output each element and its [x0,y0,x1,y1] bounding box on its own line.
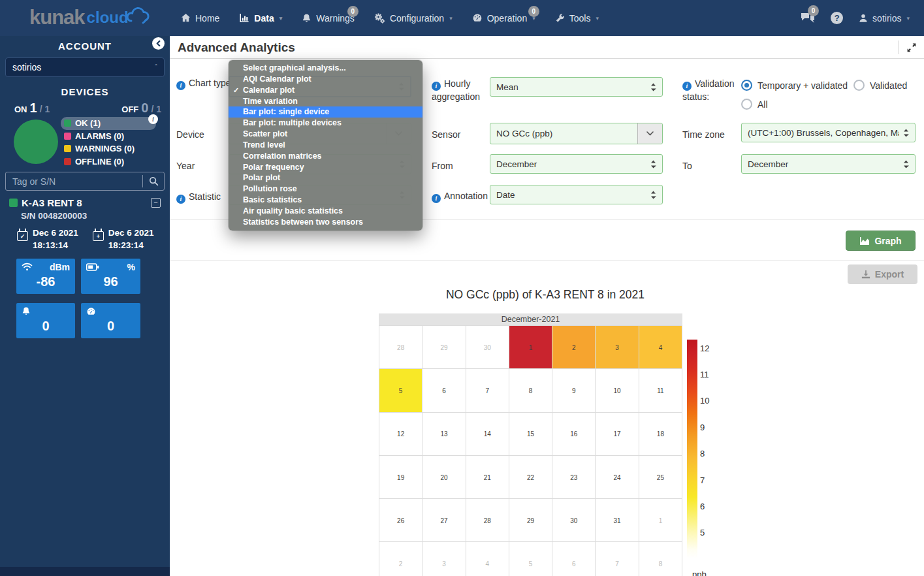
calendar-day-number: 4 [466,560,509,568]
legend-label: OK (1) [75,118,101,128]
nav-item-configuration[interactable]: Configuration ▾ [374,13,453,24]
bar-chart-icon [239,13,249,23]
calendar-day-cell: 5 [509,542,552,576]
dropdown-item-label: Polar plot [243,173,280,182]
radio-temporary-validated[interactable] [741,80,752,91]
sensor-select-button[interactable] [637,123,662,144]
dropdown-item[interactable]: AQI Calendar plot [229,74,422,85]
dropdown-item[interactable]: Bar plot: multiple devices [229,118,422,129]
calendar-day-number: 4 [639,344,682,351]
info-icon[interactable]: i [176,81,185,90]
hourly-aggregation-select[interactable]: Mean [490,77,663,97]
download-icon [861,270,870,279]
warnings-tile[interactable]: 0 [81,303,140,338]
calendar-day-cell: 23 [552,456,596,499]
dropdown-item[interactable]: Polar frequency [229,162,422,173]
from-select[interactable]: December [490,154,663,174]
checkmark-icon: ✓ [233,85,241,96]
home-icon [181,13,191,23]
next-comm-date: Dec 6 2021 [108,227,154,239]
dropdown-item[interactable]: ✓Calendar plot [229,85,422,96]
calendar-plus-icon [93,231,104,241]
nav-item-data[interactable]: Data ▾ [239,13,282,24]
annotation-select[interactable]: Date [490,185,663,204]
nav-item-warnings[interactable]: Warnings 0 [302,13,355,24]
alarms-tile[interactable]: 0 [16,303,75,338]
calendar-day-cell: 8 [509,369,552,412]
device-serial: S/N 0048200003 [21,211,87,221]
calendar-day-number: 7 [466,387,509,394]
radio-validated[interactable] [853,80,865,91]
calendar-day-number: 24 [596,473,638,481]
nav-item-operation[interactable]: Operation 0 ▾ [472,13,535,24]
calendar-day-cell: 3 [596,326,639,369]
radio-all[interactable] [741,99,752,110]
legend-item[interactable]: OK (1) [61,117,156,130]
chevron-down-icon: ˆ [155,63,157,71]
dropdown-item[interactable]: Basic statistics [229,195,422,206]
signal-tile[interactable]: dBm -86 [16,259,75,294]
info-icon[interactable]: i [432,82,441,91]
timezone-select[interactable]: (UTC+1:00) Brussels, Copenhagen, Madrid,… [741,123,916,142]
dropdown-item[interactable]: Statistics between two sensors [229,217,422,228]
dropdown-item[interactable]: Air quality basic statistics [229,206,422,217]
dropdown-item[interactable]: Time variation [229,96,422,107]
expand-button[interactable] [904,40,919,55]
calendar-day-cell: 1 [509,326,552,369]
info-icon[interactable]: i [176,195,185,204]
dropdown-item[interactable]: Pollution rose [229,184,422,195]
calendar-day-cell: 5 [379,369,422,412]
dropdown-item[interactable]: Scatter plot [229,129,422,140]
calendar-day-number: 30 [466,344,509,351]
calendar-day-cell: 29 [422,326,466,369]
dropdown-item-label: Bar plot: multiple devices [243,118,342,127]
collapse-device-icon[interactable]: − [151,198,161,208]
dropdown-item[interactable]: Bar plot: single device [229,106,422,118]
colorbar-tick-label: 12 [700,344,709,353]
legend-item[interactable]: ALARMS (0) [61,130,156,143]
calendar-day-cell: 27 [422,499,466,542]
export-button[interactable]: Export [848,264,917,284]
colorbar [687,340,697,558]
gauge-icon [472,13,483,23]
info-icon[interactable]: i [682,82,692,91]
device-list-item[interactable]: K-A3 RENT 8 − [9,197,161,208]
calendar-day-number: 2 [379,560,422,568]
dropdown-item[interactable]: Correlation matrices [229,151,422,162]
nav-item-home[interactable]: Home [181,13,219,24]
sidebar: ACCOUNT sotirios ˆ DEVICES ON1/ 1 OFF0/ … [0,36,170,576]
messages-button[interactable]: 0 [801,12,815,24]
sensor-label: Sensor [432,129,460,141]
bell-icon [22,306,31,316]
dropdown-item[interactable]: Select graphical analysis... [229,63,422,74]
chart-title: NO GCc (ppb) of K-A3 RENT 8 in 2021 [366,288,725,302]
battery-tile[interactable]: % 96 [81,259,140,294]
messages-badge: 0 [808,5,819,16]
search-button[interactable] [143,176,164,186]
calendar-day-number: 19 [379,473,422,481]
info-icon[interactable]: i [432,194,441,203]
user-menu[interactable]: sotirios ▾ [859,13,910,24]
legend-item[interactable]: OFFLINE (0) [61,155,156,168]
dropdown-item[interactable]: Trend level [229,140,422,151]
legend-item[interactable]: WARNINGS (0) [61,142,156,155]
calendar-day-cell: 6 [422,369,466,412]
calendar-day-cell: 7 [466,369,509,412]
to-select[interactable]: December [741,154,916,174]
dropdown-item[interactable]: Polar plot [229,172,422,184]
help-button[interactable]: ? [831,12,843,24]
app-window: kunak cloud Home Data ▾ Warnings 0 [0,0,924,576]
account-select[interactable]: sotirios ˆ [5,57,165,77]
calendar-day-number: 20 [422,473,465,481]
graph-button[interactable]: Graph [846,231,916,251]
calendar-day-cell: 29 [509,499,552,542]
calendar-day-number: 27 [422,517,465,524]
calendar-day-cell: 8 [639,542,682,576]
dropdown-item-label: Air quality basic statistics [243,206,343,216]
nav-label: Data [254,13,274,24]
calendar-day-number: 17 [596,430,638,438]
nav-item-tools[interactable]: Tools ▾ [555,13,599,24]
calendar-day-number: 28 [379,344,422,351]
search-input[interactable] [6,176,142,187]
sensor-select[interactable]: NO GCc (ppb) [490,123,663,144]
